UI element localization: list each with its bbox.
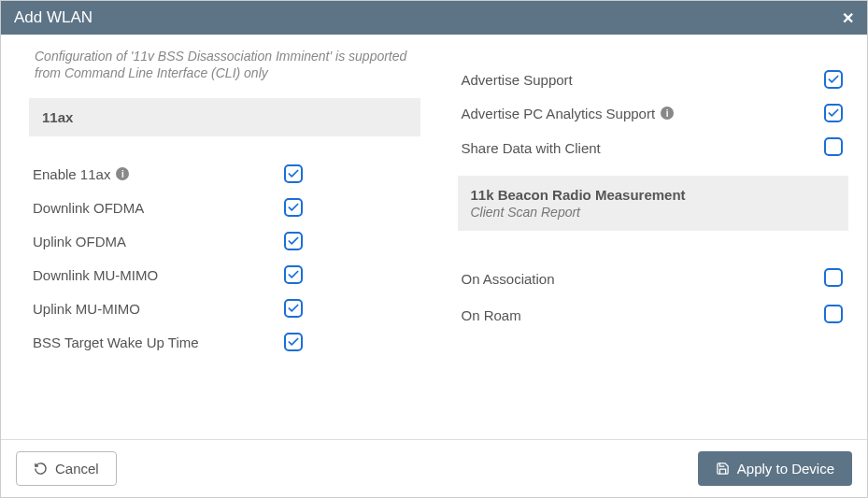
label-text-uplink-mu-mimo: Uplink MU-MIMO: [33, 301, 140, 317]
label-uplink-ofdma: Uplink OFDMA: [33, 234, 275, 249]
modal-footer: Cancel Apply to Device: [1, 439, 867, 497]
field-on-association: On Association: [458, 261, 849, 297]
section-11k: 11k Beacon Radio Measurement Client Scan…: [458, 176, 849, 231]
label-text-downlink-mu-mimo: Downlink MU-MIMO: [33, 267, 158, 283]
field-enable-11ax: Enable 11axi: [29, 157, 420, 191]
label-text-advertise-support: Advertise Support: [462, 72, 573, 88]
field-share-data-with-client: Share Data with Client: [458, 130, 849, 166]
left-column: Configuration of '11v BSS Disassociation…: [29, 44, 420, 430]
label-text-on-roam: On Roam: [462, 307, 521, 323]
field-uplink-mu-mimo: Uplink MU-MIMO: [29, 292, 420, 325]
save-icon: [716, 462, 730, 476]
cancel-label: Cancel: [55, 461, 99, 477]
checkbox-advertise-pc-analytics-support[interactable]: [824, 104, 843, 122]
checkbox-uplink-ofdma[interactable]: [284, 232, 303, 250]
label-advertise-support: Advertise Support: [462, 72, 816, 88]
apply-label: Apply to Device: [737, 461, 834, 477]
cancel-button[interactable]: Cancel: [16, 451, 117, 486]
label-text-uplink-ofdma: Uplink OFDMA: [33, 234, 126, 249]
checkbox-on-roam[interactable]: [824, 305, 843, 323]
label-uplink-mu-mimo: Uplink MU-MIMO: [33, 301, 275, 317]
close-icon[interactable]: ✕: [842, 9, 854, 27]
label-share-data-with-client: Share Data with Client: [462, 140, 816, 156]
checkbox-downlink-mu-mimo[interactable]: [284, 265, 303, 284]
section-11ax: 11ax: [29, 98, 420, 136]
checkbox-share-data-with-client[interactable]: [824, 137, 843, 156]
modal-header: Add WLAN ✕: [1, 1, 867, 35]
info-icon[interactable]: i: [661, 107, 674, 120]
checkbox-on-association[interactable]: [824, 268, 843, 287]
modal-body: Configuration of '11v BSS Disassociation…: [1, 35, 867, 439]
add-wlan-modal: Add WLAN ✕ Configuration of '11v BSS Dis…: [0, 0, 868, 498]
checkbox-enable-11ax[interactable]: [284, 164, 303, 183]
field-uplink-ofdma: Uplink OFDMA: [29, 224, 420, 258]
label-downlink-ofdma: Downlink OFDMA: [33, 200, 275, 216]
field-downlink-ofdma: Downlink OFDMA: [29, 191, 420, 224]
field-downlink-mu-mimo: Downlink MU-MIMO: [29, 258, 420, 292]
label-text-downlink-ofdma: Downlink OFDMA: [33, 200, 144, 216]
label-on-roam: On Roam: [462, 307, 816, 323]
section-11k-title: 11k Beacon Radio Measurement: [471, 187, 836, 203]
undo-icon: [34, 462, 48, 476]
label-advertise-pc-analytics-support: Advertise PC Analytics Supporti: [462, 106, 816, 121]
section-11ax-title: 11ax: [42, 109, 73, 125]
checkbox-downlink-ofdma[interactable]: [284, 198, 303, 217]
checkbox-bss-target-wake-up-time[interactable]: [284, 333, 303, 351]
label-on-association: On Association: [462, 271, 816, 287]
modal-title: Add WLAN: [14, 8, 92, 27]
field-advertise-support: Advertise Support: [458, 63, 849, 96]
field-bss-target-wake-up-time: BSS Target Wake Up Time: [29, 325, 420, 359]
info-icon[interactable]: i: [116, 167, 129, 180]
label-bss-target-wake-up-time: BSS Target Wake Up Time: [33, 334, 275, 350]
label-text-advertise-pc-analytics-support: Advertise PC Analytics Support: [462, 106, 656, 121]
config-note: Configuration of '11v BSS Disassociation…: [29, 44, 420, 94]
field-on-roam: On Roam: [458, 297, 849, 334]
label-text-enable-11ax: Enable 11ax: [33, 166, 110, 182]
right-column: Advertise SupportAdvertise PC Analytics …: [458, 44, 849, 430]
checkbox-uplink-mu-mimo[interactable]: [284, 299, 303, 318]
field-advertise-pc-analytics-support: Advertise PC Analytics Supporti: [458, 96, 849, 130]
label-enable-11ax: Enable 11axi: [33, 166, 275, 182]
checkbox-advertise-support[interactable]: [824, 70, 843, 89]
apply-button[interactable]: Apply to Device: [698, 451, 852, 486]
label-text-on-association: On Association: [462, 271, 555, 287]
label-text-bss-target-wake-up-time: BSS Target Wake Up Time: [33, 334, 199, 350]
section-11k-sub: Client Scan Report: [471, 205, 836, 220]
label-text-share-data-with-client: Share Data with Client: [462, 140, 601, 156]
label-downlink-mu-mimo: Downlink MU-MIMO: [33, 267, 275, 283]
